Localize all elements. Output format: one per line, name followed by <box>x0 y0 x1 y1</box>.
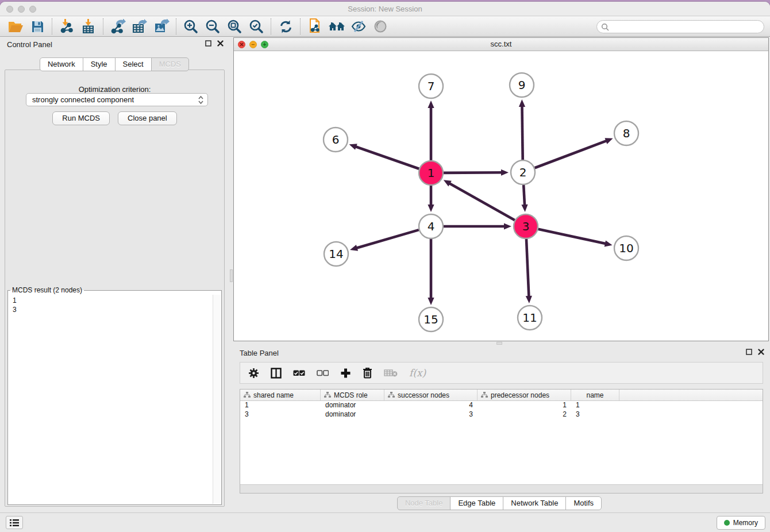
network-close-icon[interactable]: ✕ <box>238 41 245 48</box>
selected-criterion: strongly connected component <box>32 95 134 104</box>
cell-successor-nodes[interactable]: 3 <box>384 410 478 419</box>
result-scrollbar[interactable] <box>213 295 221 504</box>
horizontal-splitter-grip[interactable] <box>496 342 502 345</box>
zoom-fit-icon <box>227 19 242 34</box>
select-stepper-icon <box>198 95 204 105</box>
delete-table-button[interactable] <box>384 365 398 380</box>
close-window-icon[interactable] <box>6 6 13 13</box>
import-table-button[interactable] <box>78 18 99 35</box>
float-table-panel-icon[interactable] <box>746 349 752 355</box>
window-title: Session: New Session <box>0 2 770 16</box>
function-builder-button[interactable]: f(x) <box>409 365 426 380</box>
export-network-button[interactable] <box>107 18 129 35</box>
graph-edge-arrowhead <box>605 138 613 144</box>
cell-name[interactable]: 1 <box>571 401 619 410</box>
graph-node-label-1: 1 <box>428 166 435 180</box>
network-maximize-icon[interactable]: + <box>261 41 268 48</box>
zoom-out-button[interactable] <box>202 18 224 35</box>
tab-mcds[interactable]: MCDS <box>151 57 189 71</box>
search-input[interactable] <box>596 20 764 33</box>
deselect-all-button[interactable] <box>317 365 329 380</box>
show-columns-button[interactable] <box>271 365 282 380</box>
import-table-icon <box>81 19 96 34</box>
tab-style[interactable]: Style <box>83 57 116 71</box>
cell-name[interactable]: 3 <box>571 410 619 419</box>
window-traffic-lights[interactable] <box>6 6 36 13</box>
export-table-button[interactable] <box>129 18 151 35</box>
network-graph: 7968124314101511 <box>234 51 768 341</box>
clone-network-button[interactable] <box>304 18 326 35</box>
zoom-in-button[interactable] <box>180 18 202 35</box>
column-header-shared-name[interactable]: shared name <box>240 390 321 400</box>
table-settings-button[interactable] <box>248 365 259 380</box>
eye-disabled-icon <box>374 20 387 33</box>
run-mcds-button[interactable]: Run MCDS <box>52 111 110 125</box>
column-header-predecessor-nodes[interactable]: predecessor nodes <box>478 390 571 400</box>
cell-MCDS-role[interactable]: dominator <box>321 410 384 419</box>
zoom-fit-button[interactable] <box>224 18 245 35</box>
graph-edge-arrowhead <box>605 240 613 246</box>
tab-network-table[interactable]: Network Table <box>503 496 566 510</box>
select-all-button[interactable] <box>293 365 305 380</box>
tab-motifs[interactable]: Motifs <box>565 496 602 510</box>
graph-edge-3-10[interactable] <box>538 229 606 244</box>
optimization-criterion-select[interactable]: strongly connected component <box>26 93 208 106</box>
cell-shared-name[interactable]: 1 <box>240 401 321 410</box>
graph-edge-1-2[interactable] <box>444 172 503 173</box>
vertical-splitter-grip[interactable] <box>230 269 233 282</box>
delete-row-button[interactable] <box>363 365 372 380</box>
export-image-button[interactable] <box>151 18 172 35</box>
cell-successor-nodes[interactable]: 4 <box>384 401 478 410</box>
cell-shared-name[interactable]: 3 <box>240 410 321 419</box>
network-canvas[interactable]: 7968124314101511 <box>234 51 768 341</box>
import-network-button[interactable] <box>56 18 78 35</box>
hide-graphics-details-button[interactable] <box>348 18 369 35</box>
graph-edge-2-8[interactable] <box>535 140 608 168</box>
cell-predecessor-nodes[interactable]: 2 <box>478 410 571 419</box>
tab-node-table[interactable]: Node Table <box>397 496 451 510</box>
table-row[interactable]: 1dominator411 <box>240 401 763 410</box>
show-graphics-details-button[interactable] <box>369 18 391 35</box>
minimize-window-icon[interactable] <box>18 6 25 13</box>
column-header-successor-nodes[interactable]: successor nodes <box>384 390 478 400</box>
tab-network[interactable]: Network <box>40 57 83 71</box>
graph-edge-3-1[interactable] <box>448 183 514 220</box>
graph-edge-1-6[interactable] <box>355 147 419 169</box>
memory-label: Memory <box>733 519 758 527</box>
table-row[interactable]: 3dominator323 <box>240 410 763 419</box>
columns-icon <box>271 368 282 379</box>
horizontal-splitter[interactable] <box>233 341 769 345</box>
float-panel-icon[interactable] <box>205 40 211 47</box>
close-table-panel-icon[interactable] <box>758 349 764 355</box>
mcds-result-list[interactable]: 13 <box>9 295 213 504</box>
open-session-button[interactable] <box>5 18 26 35</box>
save-session-button[interactable] <box>26 18 48 35</box>
attribute-icon <box>481 392 488 398</box>
close-panel-button[interactable]: Close panel <box>118 111 177 125</box>
memory-button[interactable]: Memory <box>717 516 765 530</box>
network-minimize-icon[interactable]: − <box>249 41 257 48</box>
maximize-window-icon[interactable] <box>29 6 36 13</box>
graph-edge-2-3[interactable] <box>523 185 525 206</box>
tab-select[interactable]: Select <box>115 57 152 71</box>
close-panel-icon[interactable] <box>217 40 224 47</box>
window-titlebar: Session: New Session <box>0 2 770 16</box>
column-header-name[interactable]: name <box>571 390 619 400</box>
graph-edge-3-11[interactable] <box>526 239 529 298</box>
cell-predecessor-nodes[interactable]: 1 <box>478 401 571 410</box>
cell-MCDS-role[interactable]: dominator <box>321 401 384 410</box>
graph-edge-2-9[interactable] <box>522 105 522 160</box>
eye-slash-icon <box>351 20 367 33</box>
attribute-icon <box>388 392 395 398</box>
task-history-button[interactable] <box>6 516 23 529</box>
refresh-button[interactable] <box>275 18 297 35</box>
table-footer <box>240 484 763 493</box>
tab-edge-table[interactable]: Edge Table <box>450 496 503 510</box>
column-header-MCDS-role[interactable]: MCDS role <box>321 390 384 400</box>
toolbar-separator <box>52 18 52 34</box>
add-row-button[interactable] <box>340 365 351 380</box>
home-layout-button[interactable] <box>326 18 348 35</box>
graph-edge-4-14[interactable] <box>356 230 419 248</box>
export-image-icon <box>153 19 170 34</box>
zoom-selected-button[interactable] <box>245 18 267 35</box>
